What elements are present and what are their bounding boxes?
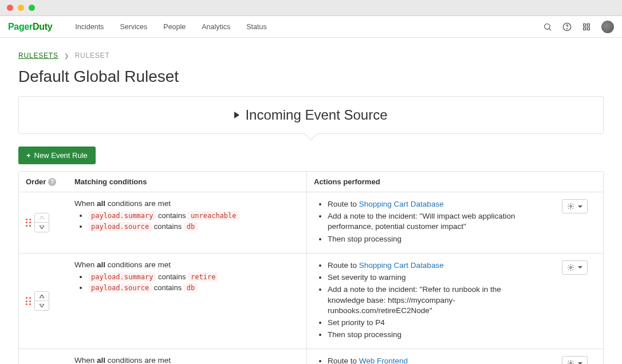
incoming-event-source-panel[interactable]: Incoming Event Source: [18, 96, 604, 134]
when-line: When all conditions are met: [74, 356, 300, 364]
condition-field: payload.source: [88, 222, 152, 231]
svg-line-1: [549, 29, 551, 30]
top-navigation: PagerDuty Incidents Services People Anal…: [0, 16, 622, 38]
window-close-button[interactable]: [7, 5, 13, 11]
drag-handle-icon[interactable]: [26, 297, 31, 305]
condition-field: payload.source: [88, 283, 152, 292]
when-line: When all conditions are met: [74, 260, 300, 269]
order-cell: [19, 254, 68, 349]
rules-table-header: Order ? Matching conditions Actions perf…: [19, 172, 603, 192]
conditions-cell: When all conditions are metpayload.summa…: [68, 192, 307, 253]
condition-operator: contains: [156, 211, 188, 220]
nav-link-incidents[interactable]: Incidents: [75, 23, 104, 31]
action-item: Set priority to P4: [328, 318, 539, 328]
action-item: Route to Web Frontend: [328, 356, 539, 364]
action-list: Route to Shopping Cart DatabaseAdd a not…: [314, 199, 539, 244]
window-minimize-button[interactable]: [18, 5, 24, 11]
rule-row: When all conditions are metpayload.summa…: [19, 349, 603, 364]
nav-link-people[interactable]: People: [163, 23, 186, 31]
header-conditions: Matching conditions: [68, 172, 307, 192]
breadcrumb-root[interactable]: RULESETS: [18, 52, 58, 60]
actions-cell: Route to Shopping Cart DatabaseSet sever…: [307, 254, 546, 349]
page-content: RULESETS ❯ RULESET Default Global Rulese…: [0, 38, 622, 364]
breadcrumb-current: RULESET: [75, 52, 110, 60]
svg-point-9: [569, 267, 571, 268]
svg-rect-5: [587, 23, 589, 26]
svg-point-0: [545, 23, 550, 29]
header-order: Order ?: [19, 172, 68, 192]
order-cell: [19, 192, 68, 253]
actions-cell: Route to Shopping Cart DatabaseAdd a not…: [307, 192, 546, 253]
move-up-button: [35, 213, 49, 223]
new-event-rule-button[interactable]: + New Event Rule: [18, 147, 96, 164]
apps-icon[interactable]: [582, 22, 591, 31]
actions-cell: Route to Web FrontendAdd a note to the i…: [307, 349, 546, 364]
condition-item: payload.source contains db: [88, 283, 300, 292]
help-icon[interactable]: [562, 22, 572, 31]
route-destination-link[interactable]: Shopping Cart Database: [359, 261, 444, 270]
condition-value: db: [184, 283, 198, 292]
rule-settings-dropdown[interactable]: [562, 356, 588, 364]
brand-logo[interactable]: PagerDuty: [8, 22, 52, 32]
controls-cell: [546, 254, 603, 349]
condition-item: payload.summary contains retire: [88, 272, 300, 281]
nav-link-status[interactable]: Status: [246, 23, 266, 31]
condition-item: payload.summary contains unreachable: [88, 211, 300, 220]
order-arrows: [34, 213, 49, 232]
condition-value: unreachable: [188, 211, 239, 220]
rule-settings-dropdown[interactable]: [562, 199, 588, 213]
window-maximize-button[interactable]: [29, 5, 35, 11]
nav-link-services[interactable]: Services: [120, 23, 147, 31]
rule-settings-dropdown[interactable]: [562, 260, 588, 275]
condition-value: db: [184, 222, 198, 231]
header-controls: [546, 172, 603, 192]
action-list: Route to Shopping Cart DatabaseSet sever…: [314, 260, 539, 341]
panel-notch: [305, 128, 318, 141]
drag-handle-icon[interactable]: [26, 219, 31, 227]
condition-list: payload.summary contains unreachablepayl…: [74, 211, 300, 231]
condition-operator: contains: [152, 283, 184, 292]
caret-down-icon: [578, 266, 582, 268]
condition-item: payload.source contains db: [88, 222, 300, 231]
svg-rect-6: [584, 27, 586, 30]
search-icon[interactable]: [543, 22, 552, 31]
svg-point-3: [566, 28, 567, 29]
condition-list: payload.summary contains retirepayload.s…: [74, 272, 300, 292]
new-rule-button-label: New Event Rule: [34, 151, 88, 160]
gear-icon: [567, 264, 574, 271]
controls-cell: [546, 192, 603, 253]
nav-link-analytics[interactable]: Analytics: [202, 23, 230, 31]
condition-operator: contains: [156, 272, 188, 281]
move-down-button[interactable]: [35, 223, 49, 232]
action-item: Route to Shopping Cart Database: [328, 260, 539, 271]
condition-operator: contains: [152, 222, 184, 231]
avatar[interactable]: [601, 21, 614, 33]
route-destination-link[interactable]: Web Frontend: [359, 357, 408, 364]
action-item: Then stop processing: [328, 234, 539, 244]
order-help-icon[interactable]: ?: [48, 178, 56, 186]
svg-rect-7: [587, 27, 589, 30]
condition-field: payload.summary: [88, 272, 156, 282]
order-cell: [19, 349, 68, 364]
browser-chrome: [0, 0, 622, 16]
conditions-cell: When all conditions are metpayload.summa…: [68, 349, 307, 364]
brand-part2: Duty: [33, 22, 52, 31]
action-item: Route to Shopping Cart Database: [328, 199, 539, 209]
event-source-title: Incoming Event Source: [245, 107, 387, 123]
action-item: Add a note to the incident: "Refer to ru…: [328, 284, 539, 316]
route-destination-link[interactable]: Shopping Cart Database: [359, 200, 444, 208]
move-down-button[interactable]: [35, 301, 49, 310]
order-arrows: [34, 291, 49, 311]
action-item: Add a note to the incident: "Will impact…: [328, 211, 539, 232]
action-list: Route to Web FrontendAdd a note to the i…: [314, 356, 539, 364]
nav-links: Incidents Services People Analytics Stat…: [75, 23, 266, 31]
header-order-label: Order: [26, 177, 46, 186]
condition-field: payload.summary: [88, 211, 156, 220]
rule-row: When all conditions are metpayload.summa…: [19, 192, 603, 254]
svg-rect-4: [584, 23, 586, 26]
move-up-button[interactable]: [35, 292, 49, 301]
rule-row: When all conditions are metpayload.summa…: [19, 254, 603, 350]
plus-icon: +: [26, 151, 31, 160]
play-icon: [234, 112, 239, 118]
gear-icon: [567, 203, 574, 210]
